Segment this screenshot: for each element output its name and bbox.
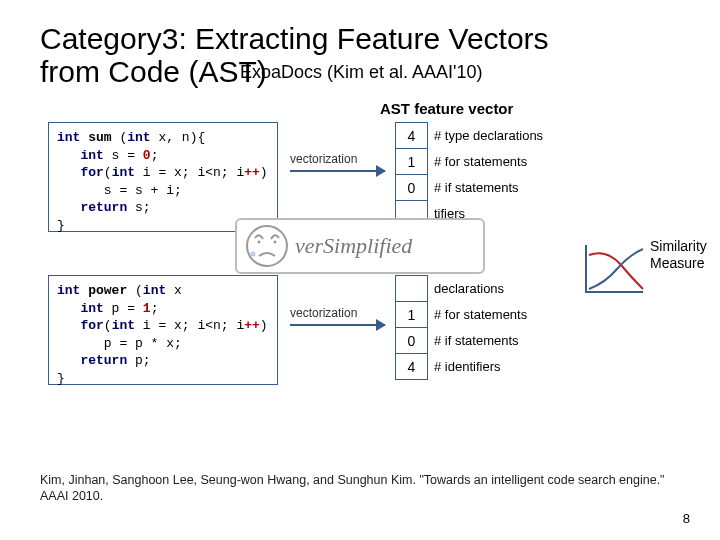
table-row: 4# type declarations	[396, 123, 544, 149]
svg-point-1	[258, 241, 261, 244]
arrow-icon	[290, 170, 385, 172]
svg-point-2	[274, 241, 277, 244]
vectorization-label-2: vectorization	[290, 306, 357, 320]
feature-label: declarations	[428, 276, 528, 302]
vectorization-label-1: vectorization	[290, 152, 357, 166]
code-block-sum: int sum (int x, n){ int s = 0; for(int i…	[48, 122, 278, 232]
table-row: declarations	[396, 276, 528, 302]
table-row: 0# if statements	[396, 328, 528, 354]
citation-text: Kim, Jinhan, Sanghoon Lee, Seung-won Hwa…	[40, 472, 680, 505]
feature-value: 1	[396, 302, 428, 328]
feature-value: 4	[396, 123, 428, 149]
title-line2: from Code (AST)	[40, 55, 267, 88]
feature-value: 0	[396, 175, 428, 201]
svg-point-3	[251, 252, 255, 256]
feature-label: # if statements	[428, 328, 528, 354]
feature-label: # for statements	[428, 149, 544, 175]
table-row: 0# if statements	[396, 175, 544, 201]
face-icon	[245, 224, 289, 268]
ast-feature-vector-label: AST feature vector	[380, 100, 513, 117]
code-block-power: int power (int x int p = 1; for(int i = …	[48, 275, 278, 385]
svg-point-0	[247, 226, 287, 266]
feature-label: # for statements	[428, 302, 528, 328]
feature-vector-table-1: 4# type declarations 1# for statements 0…	[395, 122, 544, 227]
feature-label: # type declarations	[428, 123, 544, 149]
table-row: 1# for statements	[396, 149, 544, 175]
feature-value: 0	[396, 328, 428, 354]
title-line1: Category3: Extracting Feature Vectors	[40, 22, 549, 55]
similarity-measure-label: Similarity Measure	[650, 238, 707, 272]
feature-value: 1	[396, 149, 428, 175]
table-row: 4# identifiers	[396, 354, 528, 380]
similarity-chart-icon	[585, 245, 643, 293]
feature-label: # if statements	[428, 175, 544, 201]
feature-value	[396, 276, 428, 302]
oversimplified-text: verSimplified	[295, 233, 412, 259]
page-number: 8	[683, 511, 690, 526]
feature-vector-table-2: declarations 1# for statements 0# if sta…	[395, 275, 528, 380]
feature-label: # identifiers	[428, 354, 528, 380]
bracket-connector-icon	[0, 0, 18, 96]
feature-value: 4	[396, 354, 428, 380]
slide-subtitle: ExoaDocs (Kim et al. AAAI'10)	[240, 62, 483, 83]
oversimplified-badge: verSimplified	[235, 218, 485, 274]
bracket-connector-icon	[0, 96, 18, 192]
arrow-icon	[290, 324, 385, 326]
table-row: 1# for statements	[396, 302, 528, 328]
